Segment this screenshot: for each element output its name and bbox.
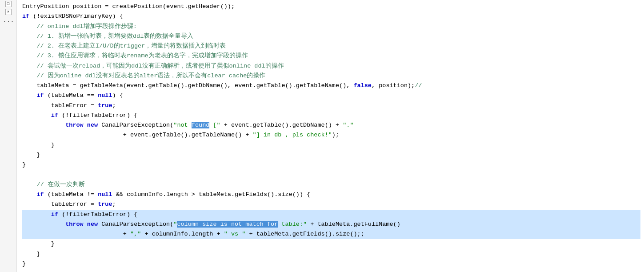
code-line-25: }: [22, 249, 640, 259]
code-line-18: // 在做一次判断: [22, 180, 640, 190]
code-line-22: throw new CanalParseException("column si…: [22, 220, 640, 229]
close-button[interactable]: ×: [5, 9, 12, 15]
code-line-19: if (tableMeta != null && columnInfo.leng…: [22, 190, 640, 200]
code-line-10: if (tableMeta == null) {: [22, 91, 640, 100]
code-line-26: }: [22, 259, 640, 269]
code-line-21: if (!filterTableError) {: [22, 210, 640, 220]
code-line-4: // 1. 新增一张临时表，新增要做ddl表的数据全量导入: [22, 32, 640, 41]
code-line-5: // 2. 在老表上建立I/U/D的trigger，增量的将数据插入到临时表: [22, 41, 640, 51]
code-line-6: // 3. 锁住应用请求，将临时表rename为老表的名字，完成增加字段的操作: [22, 51, 640, 61]
code-line-8: // 因为online ddl没有对应表名的alter语法，所以不会有clear…: [22, 71, 640, 81]
code-line-13: throw new CanalParseException("not found…: [22, 120, 640, 130]
code-line-7: // 尝试做一次reload，可能因为ddl没有正确解析，或者使用了类似onli…: [22, 61, 640, 71]
code-line-blank: [22, 170, 640, 180]
code-line-12: if (!filterTableError) {: [22, 111, 640, 120]
code-line-14: + event.getTable().getTableName() + "] i…: [22, 130, 640, 140]
left-gutter: □ × ···: [0, 0, 17, 272]
code-line-23: + "," + columnInfo.length + " vs " + tab…: [22, 229, 640, 239]
code-line-15: }: [22, 140, 640, 150]
code-line-1: EntryPosition position = createPosition(…: [22, 2, 640, 12]
code-line-24: }: [22, 239, 640, 249]
code-line-20: tableError = true;: [22, 200, 640, 209]
code-line-3: // online ddl增加字段操作步骤:: [22, 22, 640, 32]
code-line-16: }: [22, 150, 640, 160]
code-line-17: }: [22, 160, 640, 170]
code-line-9: tableMeta = getTableMeta(event.getTable(…: [22, 81, 640, 91]
more-options[interactable]: ···: [3, 18, 14, 26]
code-line-11: tableError = true;: [22, 101, 640, 111]
code-editor: EntryPosition position = createPosition(…: [17, 0, 644, 272]
code-line-2: if (!existRDSNoPrimaryKey) {: [22, 12, 640, 21]
collapse-button[interactable]: □: [5, 1, 12, 7]
